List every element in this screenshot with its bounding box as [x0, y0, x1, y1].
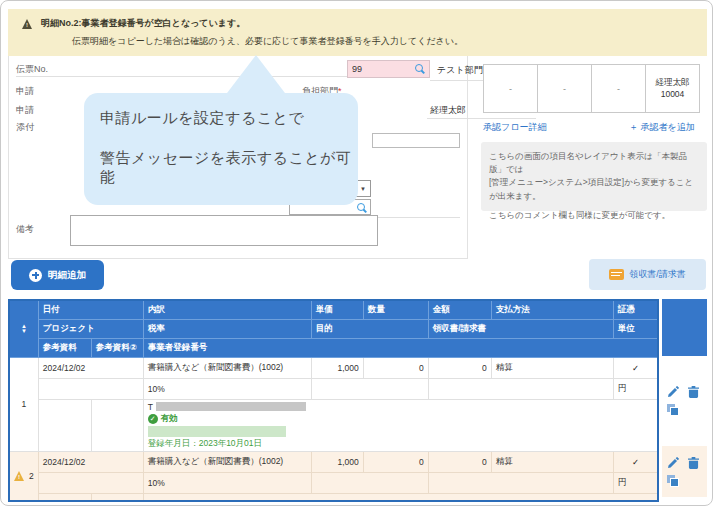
- row-actions: [662, 446, 707, 497]
- approval-slot-2: -: [538, 65, 592, 112]
- reg-status-badge: 有効: [161, 413, 178, 425]
- search-icon[interactable]: [415, 64, 425, 74]
- table-row[interactable]: T ✓有効 登録年月日：2023年10月01日: [9, 399, 658, 451]
- slip-no-underline: [16, 76, 354, 77]
- redacted-company-name: [148, 426, 286, 437]
- voucher-check-icon[interactable]: ✓: [613, 451, 658, 472]
- callout-line2: 警告メッセージを表示することが可能: [100, 149, 358, 187]
- header-unit-price[interactable]: 単価: [311, 300, 363, 319]
- remarks-textarea[interactable]: [70, 215, 378, 246]
- copy-icon[interactable]: [667, 475, 679, 487]
- approval-flow-detail-link[interactable]: 承認フロー詳細: [483, 121, 546, 134]
- cell-amount[interactable]: 0: [428, 357, 491, 378]
- action-column-header: [662, 299, 707, 356]
- approval-slot-1: -: [484, 65, 538, 112]
- row-number: 1: [9, 357, 38, 451]
- plus-circle-icon: [29, 269, 42, 282]
- copy-icon[interactable]: [667, 404, 679, 416]
- callout-line1: 申請ルールを設定することで: [100, 109, 358, 128]
- cell-date[interactable]: 2024/12/02: [38, 357, 143, 378]
- cell-quantity[interactable]: 0: [363, 451, 428, 472]
- delete-icon[interactable]: [688, 386, 700, 398]
- voucher-check-icon[interactable]: ✓: [613, 357, 658, 378]
- approval-flow-box: - - - 経理太郎 10004: [483, 64, 700, 113]
- table-row-warning[interactable]: !2 2024/12/02 書籍購入など（新聞図書費）(1002) 1,000 …: [9, 451, 658, 472]
- header-ref1[interactable]: 参考資料: [38, 338, 91, 357]
- header-project[interactable]: プロジェクト: [38, 319, 143, 338]
- header-payment[interactable]: 支払方法: [491, 300, 613, 319]
- reg-prefix: T: [148, 402, 153, 412]
- expense-entry-window: ! 明細No.2:事業者登録番号が空白となっています。 伝票明細をコピーした場合…: [0, 0, 713, 506]
- comment-line1: こちらの画面の項目名やレイアウト表示は「本製品版」では: [489, 150, 699, 176]
- sort-column-header[interactable]: ▲ ▼: [9, 300, 38, 357]
- header-quantity[interactable]: 数量: [363, 300, 428, 319]
- cell-amount[interactable]: 0: [428, 451, 491, 472]
- table-row[interactable]: 1 2024/12/02 書籍購入など（新聞図書費）(1002) 1,000 0…: [9, 357, 658, 378]
- table-row-warning[interactable]: [9, 493, 658, 501]
- edit-icon[interactable]: [667, 386, 679, 398]
- cell-tax-rate[interactable]: 10%: [143, 378, 311, 399]
- slip-no-label: 伝票No.: [16, 63, 48, 76]
- table-row-warning[interactable]: 10% 円: [9, 472, 658, 493]
- delete-icon[interactable]: [688, 457, 700, 469]
- receipt-invoice-button[interactable]: 領収書/請求書: [589, 259, 706, 290]
- approver-name: 経理太郎: [656, 77, 690, 88]
- cell-unit-price[interactable]: 1,000: [311, 357, 363, 378]
- cell-unit[interactable]: 円: [613, 472, 658, 493]
- chevron-down-icon: ▼: [360, 186, 366, 192]
- header-amount[interactable]: 金額: [428, 300, 491, 319]
- plus-icon: ＋: [629, 122, 638, 132]
- cell-payment[interactable]: 精算: [491, 451, 613, 472]
- valid-check-icon: ✓: [148, 414, 158, 424]
- callout-bubble: 申請ルールを設定することで 警告メッセージを表示することが可能: [84, 93, 358, 205]
- row-number: !2: [9, 451, 38, 501]
- approver-id: 10004: [661, 89, 685, 100]
- reg-date: 登録年月日：2023年10月01日: [148, 438, 654, 450]
- form-label-application-1: 申請: [16, 85, 34, 98]
- form-label-application-2: 申請: [16, 104, 34, 117]
- comment-line3: こちらのコメント欄も同様に変更が可能です。: [489, 209, 699, 222]
- comment-panel: こちらの画面の項目名やレイアウト表示は「本製品版」では [管理メニュー>システム…: [481, 142, 707, 211]
- detail-table: ▲ ▼ 日付 内訳 単価 数量 金額 支払方法 証憑 プロジェクト 税率 目的 …: [8, 299, 659, 502]
- add-detail-button[interactable]: 明細追加: [11, 260, 104, 290]
- cell-unit-price[interactable]: 1,000: [311, 451, 363, 472]
- table-row[interactable]: 10% 円: [9, 378, 658, 399]
- cell-breakdown[interactable]: 書籍購入など（新聞図書費）(1002): [143, 357, 311, 378]
- cell-breakdown[interactable]: 書籍購入など（新聞図書費）(1002): [143, 451, 311, 472]
- cell-unit[interactable]: 円: [613, 378, 658, 399]
- cell-quantity[interactable]: 0: [363, 357, 428, 378]
- burden-dept-name: テスト部門: [437, 64, 483, 77]
- form-label-attachment: 添付: [16, 121, 34, 134]
- row-warning-icon: !: [14, 471, 25, 481]
- applicant-name: 経理太郎: [430, 104, 466, 117]
- header-receipt[interactable]: 領収書/請求書: [428, 319, 613, 338]
- warning-icon: !: [22, 19, 33, 29]
- applicant-underline: [427, 118, 536, 119]
- workflow-search-icon[interactable]: [357, 203, 367, 213]
- header-ref2[interactable]: 参考資料②: [91, 338, 143, 357]
- cell-date[interactable]: 2024/12/02: [38, 451, 143, 472]
- header-reg-no[interactable]: 事業者登録番号: [143, 338, 658, 357]
- warning-message-line1: 明細No.2:事業者登録番号が空白となっています。: [41, 17, 245, 30]
- header-voucher[interactable]: 証憑: [613, 300, 658, 319]
- edit-icon[interactable]: [667, 457, 679, 469]
- remarks-label: 備考: [16, 223, 34, 236]
- redacted-reg-number: [156, 402, 306, 411]
- row-actions: [662, 356, 707, 446]
- header-purpose[interactable]: 目的: [311, 319, 428, 338]
- header-tax-rate[interactable]: 税率: [143, 319, 311, 338]
- header-unit[interactable]: 単位: [613, 319, 658, 338]
- attachment-input[interactable]: [372, 133, 460, 148]
- cell-payment[interactable]: 精算: [491, 357, 613, 378]
- add-approver-link[interactable]: ＋ 承認者を追加: [629, 121, 695, 134]
- receipt-icon: [609, 269, 624, 280]
- warning-message-line2: 伝票明細をコピーした場合は確認のうえ、必要に応じて事業者登録番号を手入力してくだ…: [72, 35, 463, 48]
- cell-tax-rate[interactable]: 10%: [143, 472, 311, 493]
- warning-banner: ! 明細No.2:事業者登録番号が空白となっています。 伝票明細をコピーした場合…: [8, 9, 707, 56]
- approval-slot-3: -: [592, 65, 646, 112]
- cell-reg-no-empty[interactable]: [143, 493, 658, 501]
- cell-reg-no[interactable]: T ✓有効 登録年月日：2023年10月01日: [143, 399, 658, 451]
- header-breakdown[interactable]: 内訳: [143, 300, 311, 319]
- header-date[interactable]: 日付: [38, 300, 143, 319]
- comment-line2: [管理メニュー>システム>項目設定]から変更することが出来ます。: [489, 176, 699, 202]
